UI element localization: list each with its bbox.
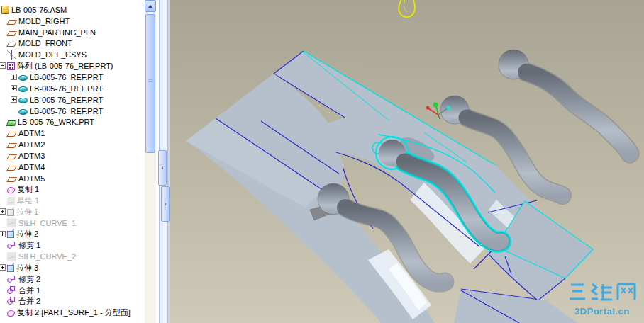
expand-toggle-icon[interactable] <box>0 231 6 237</box>
extrude-icon <box>7 209 14 216</box>
tree-item-label: SILH_CURVE_1 <box>18 219 76 227</box>
tree-item-label: 修剪 2 <box>18 274 40 285</box>
csys-icon <box>7 50 16 60</box>
tree-item[interactable]: 拉伸 1 <box>0 206 145 217</box>
tree-item[interactable]: 合并 1 <box>0 285 145 296</box>
watermark-cjk-art <box>568 281 636 302</box>
tree-item[interactable]: ADTM5 <box>0 173 145 184</box>
tree-item-label: 合并 2 <box>18 296 40 307</box>
scrollbar-thumb[interactable] <box>145 14 155 153</box>
tree-item-label: MOLD_RIGHT <box>18 17 70 26</box>
tree-item-label: LB-005-76.ASM <box>11 6 67 14</box>
tree-item-label: LB-005-76_REF.PRT <box>30 107 103 115</box>
datum-plane-icon <box>6 166 17 171</box>
scroll-up-icon <box>148 5 152 8</box>
cad-window: 3DPortal.cn LB-005-76.ASM MOLD_RIGHT MAI… <box>0 0 644 323</box>
tree-item[interactable]: MOLD_FRONT <box>0 38 145 50</box>
tree-item-label: ADTM5 <box>18 174 45 183</box>
tree-item[interactable]: SILH_CURVE_1 <box>0 217 145 229</box>
tree-item[interactable]: MAIN_PARTING_PLN <box>0 27 145 38</box>
tree-item[interactable]: LB-005-76_REF.PRT <box>0 106 145 117</box>
sketch-icon <box>7 197 15 205</box>
merge-icon <box>7 286 16 295</box>
tree-item[interactable]: 拉伸 2 <box>0 229 145 240</box>
tree-item-label: MOLD_DEF_CSYS <box>18 50 87 59</box>
tree-item-label: 复制 2 [PART_SURF_1 - 分型面] <box>17 307 131 318</box>
tree-item[interactable]: 修剪 1 <box>0 240 145 251</box>
tree-item-label: 阵列 (LB-005-76_REF.PRT) <box>17 61 113 72</box>
datum-plane-icon <box>6 42 17 47</box>
collapse-right-button[interactable]: › <box>161 186 170 222</box>
tree-item[interactable]: MOLD_DEF_CSYS <box>0 49 145 60</box>
part-icon <box>18 86 28 92</box>
tree-item[interactable]: 修剪 2 <box>0 273 145 285</box>
tree-item-label: LB-005-76_REF.PRT <box>30 73 103 81</box>
tree-item[interactable]: LB-005-76.ASM <box>0 4 145 16</box>
trim-icon <box>7 275 16 284</box>
copy-icon <box>7 187 15 193</box>
datum-plane-icon <box>6 31 17 36</box>
tree-item-label: 复制 1 <box>17 184 39 195</box>
tree-item-label: ADTM2 <box>18 140 45 149</box>
tree-item[interactable]: 复制 1 <box>0 184 145 196</box>
tree-item-label: 拉伸 3 <box>16 263 38 273</box>
workpiece-icon <box>6 120 17 126</box>
part-icon <box>18 98 28 103</box>
copy-icon <box>7 310 15 317</box>
expand-toggle-icon[interactable] <box>11 96 17 103</box>
tree-item-label: ADTM3 <box>18 152 45 160</box>
scroll-up-button[interactable] <box>145 0 156 12</box>
datum-plane-icon <box>6 20 17 25</box>
datum-plane-icon <box>6 132 17 137</box>
tree-item[interactable]: ADTM2 <box>0 139 145 150</box>
part-icon <box>18 75 28 81</box>
assembly-icon <box>1 6 9 14</box>
tree-item[interactable]: 复制 2 [PART_SURF_1 - 分型面] <box>0 307 145 319</box>
tree-item[interactable]: SILH_CURVE_2 <box>0 251 145 263</box>
tree-item[interactable]: LB-005-76_WRK.PRT <box>0 116 145 128</box>
datum-plane-icon <box>6 143 17 148</box>
tree-item[interactable]: 拉伸 3 <box>0 262 145 273</box>
expand-toggle-icon[interactable] <box>0 208 6 215</box>
tree-item[interactable]: LB-005-76_REF.PRT <box>0 94 145 106</box>
expand-toggle-icon[interactable] <box>0 264 6 271</box>
tree-item-label: LB-005-76_REF.PRT <box>30 84 103 93</box>
silhouette-icon <box>7 218 16 227</box>
watermark: 3DPortal.cn <box>564 281 640 317</box>
tree-item[interactable]: MOLD_RIGHT <box>0 16 145 27</box>
tree-item[interactable]: 阵列 (LB-005-76_REF.PRT) <box>0 60 145 72</box>
tree-item-label: 修剪 1 <box>18 240 40 251</box>
tree-item-label: MOLD_FRONT <box>18 39 72 47</box>
tree-item[interactable]: ADTM3 <box>0 150 145 162</box>
tree-item[interactable]: 合并 2 <box>0 296 145 307</box>
datum-plane-icon <box>6 154 17 159</box>
panel-splitter[interactable]: ‹ › <box>156 0 170 323</box>
tree-item-label: MAIN_PARTING_PLN <box>18 28 96 37</box>
extrude-icon <box>7 265 14 272</box>
tree-item-label: SILH_CURVE_2 <box>18 252 76 261</box>
tree-item-label: 拉伸 1 <box>16 207 38 217</box>
tree-item[interactable]: ADTM4 <box>0 162 145 173</box>
tree-item-label: 草绘 1 <box>17 196 39 206</box>
tree-item-label: ADTM4 <box>18 163 45 171</box>
tree-item[interactable]: LB-005-76_REF.PRT <box>0 72 145 83</box>
tree-item-label: 合并 1 <box>18 285 40 296</box>
extrude-icon <box>7 231 14 238</box>
tree-item-label: 拉伸 2 <box>16 229 38 239</box>
trim-icon <box>7 241 16 250</box>
expand-toggle-icon[interactable] <box>11 85 17 91</box>
tree-item-label: LB-005-76_REF.PRT <box>30 96 103 104</box>
watermark-subtitle: 3DPortal.cn <box>564 306 640 317</box>
expand-toggle-icon[interactable] <box>11 74 17 80</box>
tree-scrollbar[interactable] <box>145 0 156 323</box>
tree-item-label: LB-005-76_WRK.PRT <box>18 118 94 126</box>
merge-icon <box>7 297 16 306</box>
pattern-icon <box>7 62 15 70</box>
tree-item[interactable]: 草绘 1 <box>0 195 145 206</box>
tree-item[interactable]: ADTM1 <box>0 128 145 139</box>
expand-toggle-icon[interactable] <box>0 62 6 69</box>
part-icon <box>18 109 28 115</box>
datum-plane-icon <box>6 177 17 182</box>
collapse-left-button[interactable]: ‹ <box>158 150 167 186</box>
tree-item[interactable]: LB-005-76_REF.PRT <box>0 83 145 94</box>
